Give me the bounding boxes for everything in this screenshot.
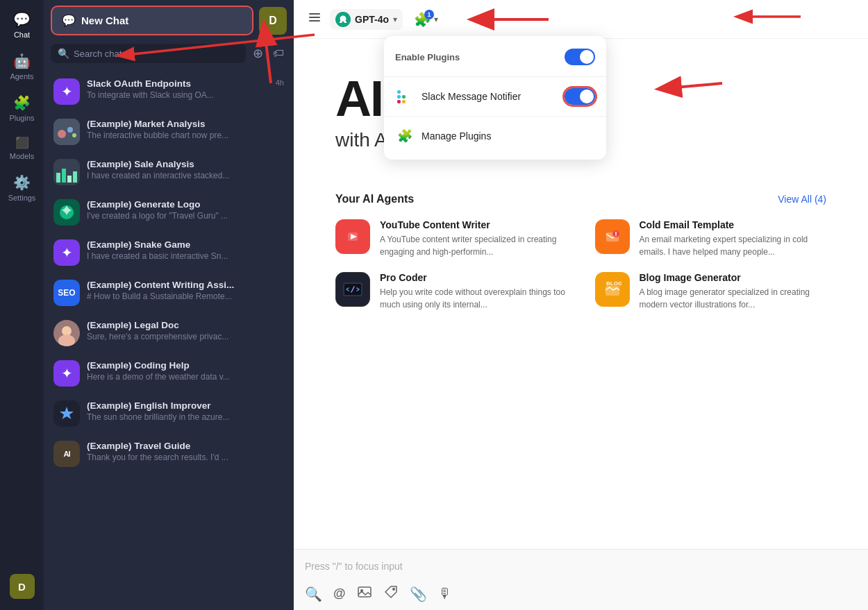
agents-grid: YouTube Content Writer A YouTube content… bbox=[335, 219, 826, 311]
sidebar-top-bar: 💬 New Chat D bbox=[44, 0, 294, 41]
plugins-dropdown: Enable Plugins Slack Message Notifier 🧩 … bbox=[384, 36, 606, 160]
slack-plugin-item[interactable]: Slack Message Notifier bbox=[384, 80, 606, 113]
tag-action-icon[interactable] bbox=[383, 584, 399, 603]
attach-action-icon[interactable]: 📎 bbox=[410, 586, 427, 602]
agents-icon: 🤖 bbox=[13, 53, 31, 69]
agent-icon-email bbox=[595, 219, 630, 254]
agent-item-yt[interactable]: YouTube Content Writer A YouTube content… bbox=[335, 219, 567, 258]
sidebar-item-agents[interactable]: 🤖 Agents bbox=[3, 47, 41, 86]
chat-thumbnail: ✦ bbox=[53, 360, 80, 387]
agent-icon-yt bbox=[335, 219, 370, 254]
svg-rect-7 bbox=[67, 176, 72, 183]
list-item[interactable]: SEO (Example) Content Writing Assi... # … bbox=[44, 273, 294, 313]
svg-rect-6 bbox=[62, 169, 66, 183]
search-icon: 🔍 bbox=[58, 48, 69, 59]
list-item[interactable]: (Example) Sale Analysis I have created a… bbox=[44, 152, 294, 192]
chat-info: (Example) Legal Doc Sure, here's a compr… bbox=[87, 320, 284, 341]
chat-info: (Example) English Improver The sun shone… bbox=[87, 400, 284, 422]
list-item[interactable]: (Example) Legal Doc Sure, here's a compr… bbox=[44, 313, 294, 353]
list-item[interactable]: (Example) Market Analysis The interactiv… bbox=[44, 112, 294, 152]
agent-item-email[interactable]: Cold Email Template An email marketing e… bbox=[595, 219, 827, 258]
chat-thumbnail bbox=[53, 199, 80, 226]
agent-info-yt: YouTube Content Writer A YouTube content… bbox=[380, 219, 567, 258]
list-item[interactable]: AI (Example) Travel Guide Thank you for … bbox=[44, 434, 294, 474]
chat-info: Slack OAuth Endpoints To integrate with … bbox=[87, 78, 266, 100]
new-chat-button[interactable]: 💬 New Chat bbox=[51, 6, 253, 35]
main-header: GPT-4o ▾ 🧩 1 ▾ bbox=[294, 0, 868, 39]
agents-header: Your AI Agents View All (4) bbox=[335, 193, 826, 205]
chevron-down-icon: ▾ bbox=[393, 15, 397, 24]
svg-rect-5 bbox=[56, 173, 60, 183]
agent-item-blog[interactable]: BLOG Blog Image Generator A blog image g… bbox=[595, 272, 827, 311]
svg-point-1 bbox=[58, 130, 66, 138]
settings-icon: ⚙️ bbox=[13, 174, 31, 191]
list-item[interactable]: (Example) Generate Logo I've created a l… bbox=[44, 192, 294, 232]
svg-rect-17 bbox=[402, 95, 406, 99]
left-navigation: 💬 Chat 🤖 Agents 🧩 Plugins ⬛ Models ⚙️ Se… bbox=[0, 0, 44, 610]
agent-item-coder[interactable]: Pro Coder Help you write code without ov… bbox=[335, 272, 567, 311]
user-avatar-nav[interactable]: D bbox=[10, 574, 35, 599]
plugins-icon: 🧩 bbox=[13, 94, 31, 111]
sidebar-toggle-button[interactable] bbox=[305, 8, 324, 31]
model-selector[interactable]: GPT-4o ▾ bbox=[330, 9, 403, 30]
svg-rect-14 bbox=[309, 17, 320, 18]
svg-rect-13 bbox=[309, 13, 320, 15]
svg-point-32 bbox=[392, 588, 395, 591]
tag-icon-btn[interactable]: 🏷 bbox=[270, 46, 287, 61]
sidebar-item-models[interactable]: ⬛ Models bbox=[3, 130, 41, 166]
svg-rect-30 bbox=[358, 587, 371, 597]
input-placeholder[interactable]: Press "/" to focus input bbox=[305, 557, 857, 576]
agent-icon-blog: BLOG bbox=[595, 272, 630, 307]
list-item[interactable]: ✦ Slack OAuth Endpoints To integrate wit… bbox=[44, 71, 294, 112]
models-icon: ⬛ bbox=[15, 136, 29, 149]
enable-plugins-toggle[interactable] bbox=[565, 49, 595, 65]
list-item[interactable]: ✦ (Example) Snake Game I have created a … bbox=[44, 232, 294, 273]
dropdown-enable-plugins-row: Enable Plugins bbox=[384, 43, 606, 74]
list-item[interactable]: (Example) English Improver The sun shone… bbox=[44, 393, 294, 434]
bottom-bar: Press "/" to focus input 🔍 @ 📎 🎙 bbox=[294, 549, 868, 610]
svg-point-3 bbox=[72, 133, 76, 137]
search-row: 🔍 ⊕ 🏷 bbox=[44, 41, 294, 69]
svg-point-11 bbox=[62, 326, 72, 336]
chat-info: (Example) Travel Guide Thank you for the… bbox=[87, 441, 284, 462]
sidebar-item-chat[interactable]: 💬 Chat bbox=[3, 6, 41, 44]
plugins-dropdown-arrow: ▾ bbox=[434, 15, 438, 24]
plugins-button[interactable]: 🧩 1 ▾ bbox=[408, 8, 444, 31]
new-chat-icon-btn[interactable]: ⊕ bbox=[250, 44, 266, 62]
view-all-link[interactable]: View All (4) bbox=[778, 194, 826, 205]
chat-thumbnail bbox=[53, 159, 80, 185]
agents-title: Your AI Agents bbox=[335, 193, 414, 205]
agent-icon-coder bbox=[335, 272, 370, 307]
svg-rect-19 bbox=[402, 100, 406, 103]
slack-plugin-toggle[interactable] bbox=[565, 88, 595, 105]
agent-info-email: Cold Email Template An email marketing e… bbox=[640, 219, 827, 258]
agent-info-blog: Blog Image Generator A blog image genera… bbox=[640, 272, 827, 311]
agents-section: Your AI Agents View All (4) YouTube Cont… bbox=[335, 193, 826, 311]
mention-action-icon[interactable]: @ bbox=[333, 586, 346, 601]
search-action-icon[interactable]: 🔍 bbox=[305, 586, 322, 602]
dropdown-divider bbox=[384, 76, 606, 77]
manage-plugins-item[interactable]: 🧩 Manage Plugins bbox=[384, 119, 606, 153]
chat-info: (Example) Market Analysis The interactiv… bbox=[87, 119, 284, 140]
image-action-icon[interactable] bbox=[357, 584, 372, 603]
user-avatar-sidebar[interactable]: D bbox=[259, 7, 287, 35]
plugin-count-badge: 1 bbox=[424, 10, 434, 19]
sidebar-item-settings[interactable]: ⚙️ Settings bbox=[3, 169, 41, 207]
chat-info: (Example) Content Writing Assi... # How … bbox=[87, 280, 284, 301]
sidebar-item-plugins[interactable]: 🧩 Plugins bbox=[3, 89, 41, 128]
svg-text:BLOG: BLOG bbox=[606, 280, 621, 287]
list-item[interactable]: ✦ (Example) Coding Help Here is a demo o… bbox=[44, 353, 294, 393]
manage-plugins-icon: 🧩 bbox=[395, 126, 415, 146]
svg-rect-8 bbox=[73, 171, 77, 183]
chat-icon: 💬 bbox=[13, 11, 31, 28]
search-input[interactable] bbox=[74, 49, 239, 59]
svg-rect-0 bbox=[53, 119, 80, 145]
model-name-label: GPT-4o bbox=[355, 14, 389, 25]
search-wrap: 🔍 bbox=[51, 44, 246, 63]
chat-sidebar: 💬 New Chat D 🔍 ⊕ 🏷 ✦ Slack OAuth Endpoin… bbox=[44, 0, 294, 610]
slack-toggle-knob bbox=[580, 90, 594, 103]
chat-thumbnail bbox=[53, 400, 80, 427]
voice-action-icon[interactable]: 🎙 bbox=[438, 586, 452, 602]
chat-info: (Example) Snake Game I have created a ba… bbox=[87, 239, 284, 261]
chat-info: (Example) Generate Logo I've created a l… bbox=[87, 199, 284, 221]
